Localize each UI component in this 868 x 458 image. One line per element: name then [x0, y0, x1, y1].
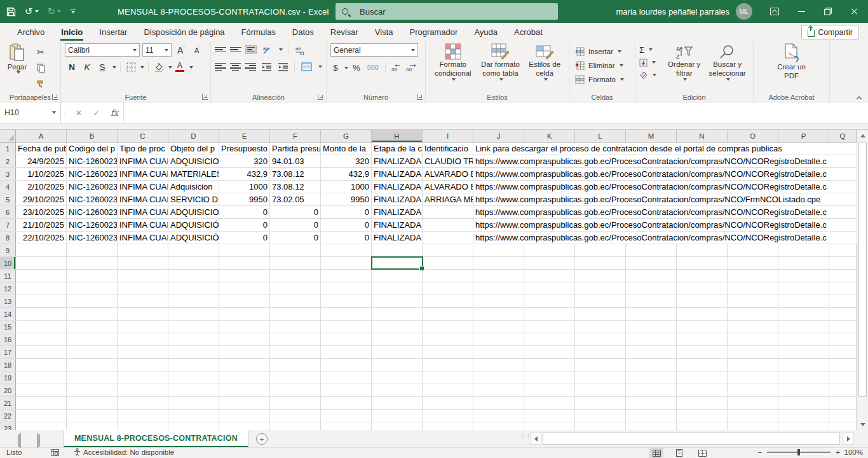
cell[interactable]: [626, 270, 677, 282]
cell[interactable]: [626, 346, 677, 358]
cell[interactable]: [423, 397, 473, 409]
cell[interactable]: 0: [270, 206, 321, 218]
cell[interactable]: FINALIZADA: [372, 232, 423, 244]
cell[interactable]: [829, 410, 857, 422]
cell[interactable]: [728, 346, 778, 358]
cell[interactable]: [321, 397, 372, 409]
cell[interactable]: [67, 257, 118, 269]
comma-format-button[interactable]: 000: [365, 61, 381, 74]
cell[interactable]: [16, 359, 67, 371]
next-sheet-button[interactable]: [37, 435, 40, 447]
cell[interactable]: [270, 346, 321, 358]
search-input[interactable]: Buscar: [336, 3, 558, 20]
column-header-B[interactable]: B: [67, 130, 118, 142]
cell[interactable]: [372, 333, 423, 345]
cell[interactable]: [575, 410, 626, 422]
cell[interactable]: [118, 333, 168, 345]
scroll-left-button[interactable]: [530, 433, 541, 445]
zoom-level[interactable]: 100%: [844, 448, 863, 456]
cell[interactable]: SERVICIO DE: [168, 193, 219, 205]
cell-styles-button[interactable]: Estilos de celda: [524, 43, 565, 81]
cell[interactable]: [67, 384, 118, 396]
cell[interactable]: [423, 422, 473, 430]
tab-acrobat[interactable]: Acrobat: [506, 23, 551, 41]
orientation-button[interactable]: ab: [261, 43, 273, 56]
cell[interactable]: [575, 321, 626, 333]
cell[interactable]: 29/10/2025: [16, 193, 67, 205]
cell[interactable]: [372, 244, 423, 256]
row-header-12[interactable]: 12: [0, 282, 16, 295]
cell[interactable]: INFIMA CUAN: [118, 219, 168, 231]
column-header-P[interactable]: P: [778, 130, 829, 142]
cell[interactable]: [372, 371, 423, 384]
cell[interactable]: [16, 270, 67, 282]
cell[interactable]: NIC-1260023: [67, 193, 118, 205]
cell[interactable]: [778, 282, 829, 295]
chevron-down-icon[interactable]: [318, 66, 322, 68]
cell[interactable]: [778, 359, 829, 371]
underline-button[interactable]: S: [95, 60, 109, 74]
row-header-22[interactable]: 22: [0, 410, 16, 422]
cell[interactable]: [16, 321, 67, 333]
cell[interactable]: [270, 244, 321, 256]
cell[interactable]: [575, 257, 626, 269]
cell[interactable]: [778, 257, 829, 269]
cell[interactable]: [372, 257, 423, 269]
cell[interactable]: [16, 346, 67, 358]
column-header-M[interactable]: M: [626, 130, 677, 142]
cell[interactable]: [423, 359, 473, 371]
cell[interactable]: INFIMA CUAN: [118, 206, 168, 218]
cell[interactable]: [473, 295, 524, 307]
cell[interactable]: [16, 257, 67, 269]
cell[interactable]: [677, 359, 728, 371]
cell[interactable]: [423, 321, 473, 333]
cell[interactable]: Codigo del p: [67, 142, 118, 155]
tab-vista[interactable]: Vista: [367, 23, 402, 41]
align-top-button[interactable]: [215, 47, 226, 53]
cell[interactable]: [321, 410, 372, 422]
row-header-5[interactable]: 5: [0, 193, 16, 205]
cell[interactable]: [219, 346, 270, 358]
cell[interactable]: [423, 270, 473, 282]
name-box[interactable]: H10: [0, 102, 61, 123]
cell[interactable]: [372, 397, 423, 409]
chevron-down-icon[interactable]: [189, 66, 193, 69]
cell[interactable]: [270, 308, 321, 320]
cell[interactable]: https://www.compraspublicas.gob.ec/Proce…: [473, 155, 857, 167]
cell[interactable]: [473, 333, 524, 345]
cell[interactable]: [473, 257, 524, 269]
cell[interactable]: [626, 244, 677, 256]
cell[interactable]: INFIMA CUAN: [118, 193, 168, 205]
cell[interactable]: [219, 321, 270, 333]
cell[interactable]: [728, 371, 778, 384]
cell[interactable]: [473, 410, 524, 422]
minimize-button[interactable]: [788, 0, 815, 23]
cell[interactable]: 9950: [321, 193, 372, 205]
cell[interactable]: [270, 333, 321, 345]
cell[interactable]: ARRIAGA ME: [423, 193, 473, 205]
bold-button[interactable]: N: [65, 60, 79, 74]
cell[interactable]: [473, 244, 524, 256]
row-header-16[interactable]: 16: [0, 333, 16, 345]
vertical-scrollbar[interactable]: [857, 130, 868, 430]
cell[interactable]: [575, 397, 626, 409]
column-header-G[interactable]: G: [321, 130, 372, 142]
cell[interactable]: [829, 282, 857, 295]
cell[interactable]: [168, 397, 219, 409]
cell[interactable]: https://www.compraspublicas.gob.ec/Proce…: [473, 181, 857, 193]
cell[interactable]: 0: [270, 219, 321, 231]
row-header-2[interactable]: 2: [0, 155, 16, 167]
font-size-select[interactable]: 11: [142, 43, 172, 57]
cell[interactable]: 22/10/2025: [16, 232, 67, 244]
cell[interactable]: [728, 410, 778, 422]
cell[interactable]: [575, 346, 626, 358]
delete-cells-button[interactable]: Eliminar: [573, 59, 631, 73]
cell[interactable]: [575, 270, 626, 282]
row-header-18[interactable]: 18: [0, 359, 16, 371]
cell[interactable]: [778, 295, 829, 307]
cell[interactable]: [829, 359, 857, 371]
cell[interactable]: [473, 346, 524, 358]
cell[interactable]: [524, 282, 575, 295]
cell[interactable]: 0: [321, 206, 372, 218]
cell[interactable]: 1000: [321, 181, 372, 193]
